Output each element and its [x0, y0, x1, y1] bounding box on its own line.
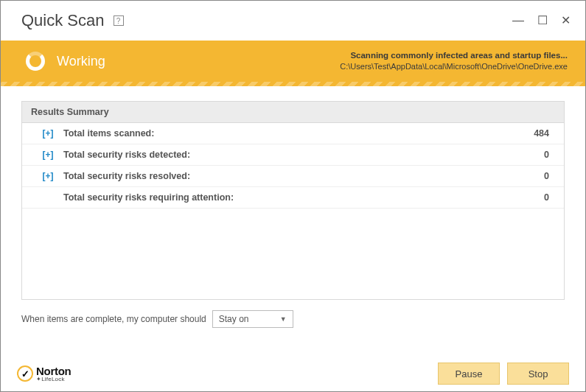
close-icon[interactable]: ✕ — [561, 15, 571, 27]
maximize-icon[interactable]: ☐ — [537, 15, 548, 27]
window-controls: — ☐ ✕ — [512, 15, 571, 27]
completion-label: When items are complete, my computer sho… — [21, 314, 206, 324]
window-title-group: Quick Scan ? — [21, 11, 124, 30]
status-right: Scanning commonly infected areas and sta… — [340, 49, 568, 74]
row-value: 484 — [534, 128, 549, 139]
status-path: C:\Users\Test\AppData\Local\Microsoft\On… — [340, 61, 568, 73]
row-label: Total security risks requiring attention… — [63, 192, 544, 203]
row-label: Total items scanned: — [63, 128, 534, 139]
chevron-down-icon: ▼ — [280, 315, 287, 323]
footer-buttons: Pause Stop — [438, 363, 569, 385]
help-icon[interactable]: ? — [114, 15, 124, 26]
row-value: 0 — [544, 150, 549, 160]
completion-row: When items are complete, my computer sho… — [1, 300, 585, 328]
table-row: [+] Total items scanned: 484 — [22, 123, 564, 144]
spinner-icon — [26, 52, 45, 71]
titlebar: Quick Scan ? — ☐ ✕ — [1, 1, 585, 41]
completion-select[interactable]: Stay on ▼ — [212, 310, 293, 328]
table-row: [+] Total security risks resolved: 0 — [22, 166, 564, 187]
table-row: [+] Total security risks detected: 0 — [22, 144, 564, 166]
expand-icon[interactable]: [+] — [32, 171, 63, 181]
brand-sub: ✦LifeLock — [36, 377, 71, 382]
completion-selected: Stay on — [219, 314, 249, 324]
status-heading: Scanning commonly infected areas and sta… — [340, 49, 568, 62]
pause-button[interactable]: Pause — [438, 363, 500, 385]
window-title: Quick Scan — [21, 11, 105, 30]
expand-icon[interactable]: [+] — [32, 150, 63, 160]
footer: ✓ Norton ✦LifeLock Pause Stop — [1, 356, 585, 391]
norton-logo: ✓ Norton ✦LifeLock — [17, 365, 71, 382]
results-header: Results Summary — [22, 102, 564, 123]
expand-icon[interactable]: [+] — [32, 128, 63, 139]
row-value: 0 — [544, 192, 549, 203]
stop-button[interactable]: Stop — [507, 363, 569, 385]
status-bar: Working Scanning commonly infected areas… — [1, 41, 585, 82]
content: Results Summary [+] Total items scanned:… — [1, 82, 585, 300]
status-label: Working — [57, 54, 105, 69]
check-icon: ✓ — [17, 365, 33, 382]
logo-text: Norton ✦LifeLock — [36, 365, 71, 382]
row-label: Total security risks resolved: — [63, 171, 544, 181]
row-label: Total security risks detected: — [63, 150, 544, 160]
minimize-icon[interactable]: — — [512, 15, 524, 27]
results-summary: Results Summary [+] Total items scanned:… — [21, 101, 565, 300]
table-row: Total security risks requiring attention… — [22, 187, 564, 209]
row-value: 0 — [544, 171, 549, 181]
brand-name: Norton — [36, 365, 71, 377]
status-left: Working — [26, 52, 105, 71]
